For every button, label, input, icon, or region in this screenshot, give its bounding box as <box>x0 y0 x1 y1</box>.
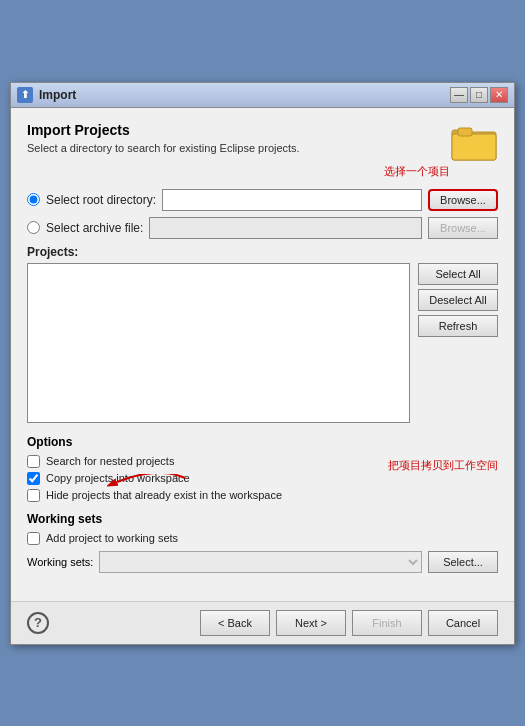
archive-file-label: Select archive file: <box>46 221 143 235</box>
search-nested-checkbox[interactable] <box>27 455 40 468</box>
copy-annotation: 把项目拷贝到工作空间 <box>388 458 498 473</box>
options-title: Options <box>27 435 498 449</box>
options-section: Options Search for nested projects Copy … <box>27 435 498 502</box>
minimize-button[interactable]: — <box>450 87 468 103</box>
projects-list[interactable] <box>27 263 410 423</box>
header-area: Import Projects Select a directory to se… <box>27 122 498 179</box>
archive-file-input[interactable] <box>149 217 422 239</box>
projects-buttons: Select All Deselect All Refresh <box>418 263 498 423</box>
header-annotation: 选择一个项目 <box>27 164 450 179</box>
copy-arrow <box>107 474 187 493</box>
page-subtitle: Select a directory to search for existin… <box>27 142 450 154</box>
root-directory-row: Select root directory: Browse... <box>27 189 498 211</box>
title-bar-controls: — □ ✕ <box>450 87 508 103</box>
window-icon: ⬆ <box>17 87 33 103</box>
back-button[interactable]: < Back <box>200 610 270 636</box>
root-directory-label: Select root directory: <box>46 193 156 207</box>
root-directory-input[interactable] <box>162 189 422 211</box>
working-sets-dropdown-row: Working sets: Select... <box>27 551 498 573</box>
next-button[interactable]: Next > <box>276 610 346 636</box>
copy-projects-container: Copy projects into workspace 把项目拷贝到工作空间 <box>27 472 498 485</box>
hide-existing-row: Hide projects that already exist in the … <box>27 489 498 502</box>
maximize-button[interactable]: □ <box>470 87 488 103</box>
close-button[interactable]: ✕ <box>490 87 508 103</box>
add-to-working-sets-checkbox[interactable] <box>27 532 40 545</box>
copy-projects-checkbox[interactable] <box>27 472 40 485</box>
import-window: ⬆ Import — □ ✕ Import Projects Select a … <box>10 82 515 645</box>
window-title: Import <box>39 88 76 102</box>
working-sets-title: Working sets <box>27 512 498 526</box>
bottom-buttons: < Back Next > Finish Cancel <box>200 610 498 636</box>
working-sets-dropdown[interactable] <box>99 551 422 573</box>
title-bar: ⬆ Import — □ ✕ <box>11 83 514 108</box>
folder-icon <box>450 122 498 162</box>
svg-rect-3 <box>458 128 472 136</box>
deselect-all-button[interactable]: Deselect All <box>418 289 498 311</box>
search-nested-label: Search for nested projects <box>46 455 174 467</box>
archive-file-row: Select archive file: Browse... <box>27 217 498 239</box>
page-title: Import Projects <box>27 122 450 138</box>
select-all-button[interactable]: Select All <box>418 263 498 285</box>
refresh-button[interactable]: Refresh <box>418 315 498 337</box>
header-text: Import Projects Select a directory to se… <box>27 122 450 179</box>
add-to-working-sets-row: Add project to working sets <box>27 532 498 545</box>
browse-directory-button[interactable]: Browse... <box>428 189 498 211</box>
copy-annotation-text: 把项目拷贝到工作空间 <box>388 458 498 473</box>
working-sets-section: Working sets Add project to working sets… <box>27 512 498 573</box>
content-area: Import Projects Select a directory to se… <box>11 108 514 601</box>
projects-area: Select All Deselect All Refresh <box>27 263 498 423</box>
working-sets-select-button[interactable]: Select... <box>428 551 498 573</box>
working-sets-label: Working sets: <box>27 556 93 568</box>
root-directory-radio[interactable] <box>27 193 40 206</box>
cancel-button[interactable]: Cancel <box>428 610 498 636</box>
finish-button[interactable]: Finish <box>352 610 422 636</box>
projects-label: Projects: <box>27 245 498 259</box>
help-button[interactable]: ? <box>27 612 49 634</box>
title-bar-left: ⬆ Import <box>17 87 76 103</box>
bottom-bar: ? < Back Next > Finish Cancel <box>11 601 514 644</box>
hide-existing-checkbox[interactable] <box>27 489 40 502</box>
browse-archive-button[interactable]: Browse... <box>428 217 498 239</box>
archive-file-radio[interactable] <box>27 221 40 234</box>
svg-rect-2 <box>452 134 496 160</box>
copy-projects-row: Copy projects into workspace <box>27 472 498 485</box>
add-to-working-sets-label: Add project to working sets <box>46 532 178 544</box>
